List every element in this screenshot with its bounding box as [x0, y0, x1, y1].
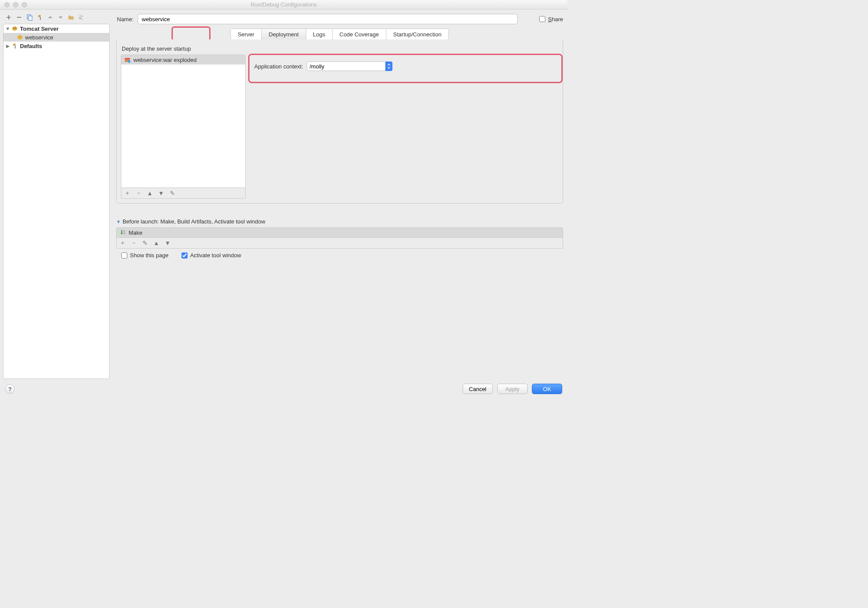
stepper-icon[interactable]	[385, 61, 392, 71]
svg-rect-9	[125, 58, 130, 59]
tab-server[interactable]: Server	[231, 29, 262, 39]
svg-point-6	[15, 28, 16, 29]
move-artifact-down-button[interactable]: ▼	[158, 190, 165, 197]
svg-rect-2	[40, 17, 41, 20]
svg-point-10	[128, 60, 130, 63]
move-task-down-button[interactable]: ▼	[164, 239, 171, 246]
move-artifact-up-button[interactable]: ▲	[146, 190, 153, 197]
show-this-page-input[interactable]	[121, 252, 127, 259]
tree-node-label: webservice	[25, 34, 53, 41]
before-launch-toolbar: ＋ － ✎ ▲ ▼	[116, 238, 563, 249]
titlebar: Run/Debug Configurations	[0, 0, 567, 10]
move-up-button[interactable]	[46, 13, 54, 21]
before-launch-item[interactable]: 0110 Make	[117, 228, 563, 237]
svg-text:z: z	[81, 18, 83, 20]
artifact-name: webservice:war exploded	[133, 57, 197, 63]
tomcat-local-icon	[16, 34, 23, 41]
before-launch-title: Before launch: Make, Build Artifacts, Ac…	[123, 218, 266, 225]
tree-node-label: Tomcat Server	[20, 26, 58, 32]
show-page-label: Show this page	[130, 252, 168, 259]
config-name-input[interactable]	[138, 14, 518, 24]
tree-node-webservice[interactable]: webservice	[3, 33, 109, 42]
app-context-label: Application context:	[254, 63, 303, 70]
remove-artifact-button[interactable]: －	[135, 190, 142, 197]
app-context-field[interactable]	[307, 61, 392, 71]
name-label: Name:	[116, 16, 133, 23]
collapse-arrow-icon: ▶	[5, 43, 10, 49]
ok-button[interactable]: OK	[532, 384, 562, 394]
sidebar-toolbar: az	[3, 12, 110, 24]
app-context-input[interactable]	[307, 61, 385, 71]
tab-code-coverage[interactable]: Code Coverage	[333, 29, 386, 39]
folder-button[interactable]	[67, 13, 75, 21]
activate-tool-window-input[interactable]	[181, 252, 188, 259]
svg-text:a: a	[81, 15, 83, 17]
share-checkbox-input[interactable]	[539, 16, 545, 22]
remove-config-button[interactable]	[15, 13, 23, 21]
share-label: hare	[552, 16, 563, 23]
svg-rect-7	[15, 45, 16, 49]
svg-rect-1	[29, 16, 32, 20]
move-task-up-button[interactable]: ▲	[153, 239, 160, 246]
share-checkbox[interactable]: Share	[539, 16, 563, 23]
wrench-icon	[11, 42, 18, 49]
make-icon: 0110	[119, 229, 126, 236]
move-down-button[interactable]	[57, 13, 65, 21]
artifact-item[interactable]: webservice:war exploded	[121, 55, 245, 65]
cancel-button[interactable]: Cancel	[463, 384, 493, 394]
svg-text:10: 10	[123, 232, 126, 235]
tree-node-defaults[interactable]: ▶ Defaults	[3, 42, 109, 50]
config-tree[interactable]: ▼ Tomcat Server webservice ▶	[3, 24, 110, 379]
tree-node-label: Defaults	[20, 43, 42, 49]
expand-arrow-icon: ▼	[5, 26, 10, 31]
artifact-toolbar: ＋ － ▲ ▼ ✎	[121, 188, 246, 199]
deploy-section-title: Deploy at the server startup	[122, 45, 558, 52]
artifact-list[interactable]: webservice:war exploded	[121, 55, 246, 188]
apply-button[interactable]: Apply	[497, 384, 528, 394]
tab-startup-connection[interactable]: Startup/Connection	[386, 29, 448, 39]
before-launch-item-label: Make	[129, 230, 143, 236]
sort-button[interactable]: az	[78, 13, 85, 21]
tab-deployment[interactable]: Deployment	[262, 29, 306, 39]
settings-button[interactable]	[36, 13, 44, 21]
before-launch-list[interactable]: 0110 Make	[116, 227, 563, 238]
copy-config-button[interactable]	[26, 13, 33, 21]
activate-label: Activate tool window	[190, 252, 241, 259]
tabbar: Server Deployment Logs Code Coverage Sta…	[230, 29, 449, 40]
tomcat-icon	[11, 25, 18, 32]
show-this-page-checkbox[interactable]: Show this page	[121, 252, 168, 259]
activate-tool-window-checkbox[interactable]: Activate tool window	[181, 252, 241, 259]
edit-artifact-button[interactable]: ✎	[169, 190, 176, 197]
add-task-button[interactable]: ＋	[119, 239, 126, 246]
window-title: Run/Debug Configurations	[0, 1, 567, 8]
svg-point-5	[13, 28, 14, 29]
help-button[interactable]: ?	[5, 384, 15, 394]
add-config-button[interactable]	[5, 13, 13, 21]
collapse-arrow-icon: ▼	[116, 219, 121, 224]
artifact-icon	[124, 56, 131, 63]
edit-task-button[interactable]: ✎	[142, 239, 149, 246]
remove-task-button[interactable]: －	[130, 239, 137, 246]
add-artifact-button[interactable]: ＋	[124, 190, 131, 197]
tree-node-tomcat-server[interactable]: ▼ Tomcat Server	[3, 24, 109, 33]
tab-logs[interactable]: Logs	[306, 29, 333, 39]
before-launch-header[interactable]: ▼ Before launch: Make, Build Artifacts, …	[116, 218, 563, 225]
